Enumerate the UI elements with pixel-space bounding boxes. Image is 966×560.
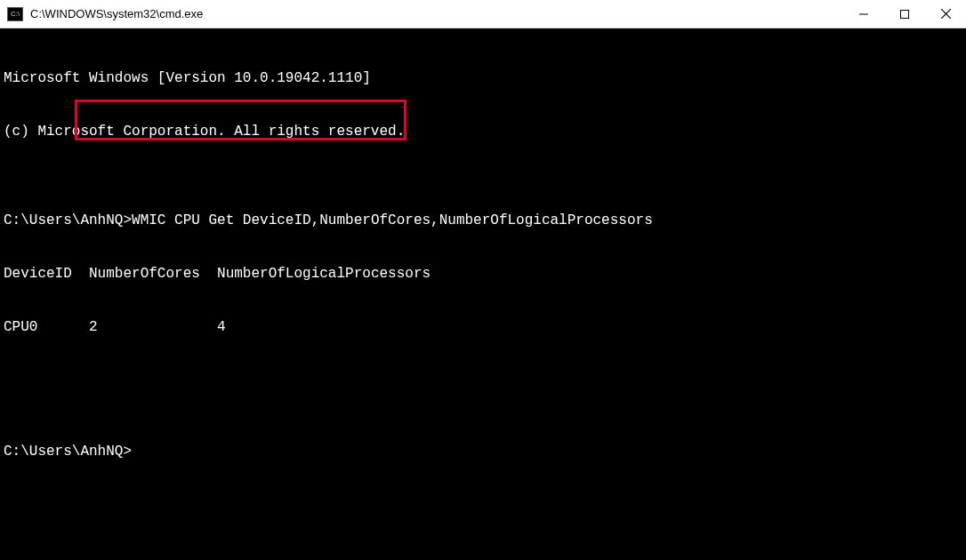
col-numberof-logical: NumberOfLogicalProcessors: [217, 266, 431, 282]
window-controls: [843, 0, 966, 28]
titlebar: C:\ C:\WINDOWS\system32\cmd.exe: [0, 0, 966, 28]
val-numberofcores: 2: [89, 319, 217, 335]
val-numberof-logical: 4: [217, 319, 226, 335]
cmd-icon-label: C:\: [11, 10, 20, 18]
os-version-line: Microsoft Windows [Version 10.0.19042.11…: [4, 69, 962, 87]
command-text: WMIC CPU Get DeviceID,NumberOfCores,Numb…: [132, 212, 653, 228]
prompt-line: C:\Users\AnhNQ>: [4, 443, 962, 460]
window-title: C:\WINDOWS\system32\cmd.exe: [30, 7, 843, 20]
col-numberofcores: NumberOfCores: [89, 266, 217, 282]
val-deviceid: CPU0: [4, 319, 89, 335]
close-button[interactable]: [925, 0, 966, 28]
output-header-line: DeviceID NumberOfCores NumberOfLogicalPr…: [4, 265, 962, 283]
prompt-command-line: C:\Users\AnhNQ>WMIC CPU Get DeviceID,Num…: [4, 212, 962, 229]
cmd-icon: C:\: [7, 7, 23, 21]
copyright-line: (c) Microsoft Corporation. All rights re…: [4, 123, 962, 140]
col-deviceid: DeviceID: [4, 266, 89, 282]
svg-rect-1: [901, 10, 909, 18]
prompt: C:\Users\AnhNQ>: [4, 212, 132, 228]
minimize-button[interactable]: [843, 0, 884, 28]
output-row-line: CPU0 2 4: [4, 318, 962, 336]
maximize-button[interactable]: [884, 0, 925, 28]
terminal-area[interactable]: Microsoft Windows [Version 10.0.19042.11…: [0, 28, 966, 560]
